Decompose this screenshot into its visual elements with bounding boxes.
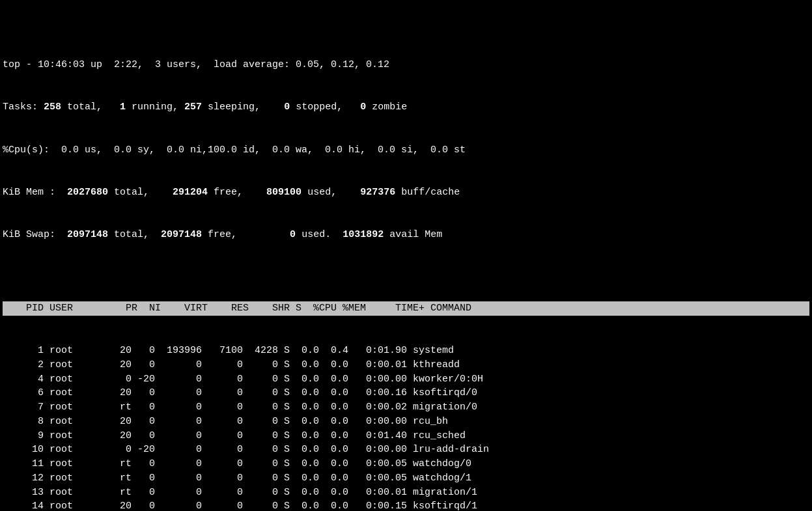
terminal: top - 10:46:03 up 2:22, 3 users, load av… — [0, 0, 812, 511]
swap-end: avail Mem — [384, 229, 442, 240]
mem-buff: 927376 — [360, 187, 395, 198]
mem-used: 809100 — [266, 187, 301, 198]
tasks-mid2: running, — [126, 102, 184, 113]
swap-mid2: free, — [202, 229, 290, 240]
swap-total: 2097148 — [67, 229, 108, 240]
table-row: 1 root 20 0 193996 7100 4228 S 0.0 0.4 0… — [3, 344, 809, 358]
table-row: 12 root rt 0 0 0 0 S 0.0 0.0 0:00.05 wat… — [3, 471, 809, 486]
swap-used: 0 — [290, 229, 296, 240]
swap-label: KiB Swap: — [3, 229, 67, 240]
tasks-total: 258 — [44, 102, 61, 113]
tasks-stopped: 0 — [284, 102, 290, 113]
table-row: 9 root 20 0 0 0 0 S 0.0 0.0 0:01.40 rcu_… — [3, 429, 809, 443]
mem-label: KiB Mem : — [3, 187, 67, 198]
table-row: 2 root 20 0 0 0 0 S 0.0 0.0 0:00.01 kthr… — [3, 358, 809, 372]
table-row: 8 root 20 0 0 0 0 S 0.0 0.0 0:00.00 rcu_… — [3, 415, 809, 429]
table-row: 13 root rt 0 0 0 0 S 0.0 0.0 0:00.01 mig… — [3, 486, 809, 500]
swap-avail: 1031892 — [343, 229, 384, 240]
column-header: PID USER PR NI VIRT RES SHR S %CPU %MEM … — [3, 301, 809, 316]
mem-end: buff/cache — [395, 187, 460, 198]
mem-mid1: total, — [108, 187, 173, 198]
tasks-running: 1 — [120, 102, 126, 113]
header-line-1: top - 10:46:03 up 2:22, 3 users, load av… — [3, 58, 809, 72]
table-row: 6 root 20 0 0 0 0 S 0.0 0.0 0:00.16 ksof… — [3, 386, 809, 400]
swap-mid1: total, — [108, 229, 161, 240]
tasks-mid1: total, — [61, 102, 120, 113]
table-row: 4 root 0 -20 0 0 0 S 0.0 0.0 0:00.00 kwo… — [3, 372, 809, 387]
mem-total: 2027680 — [67, 187, 108, 198]
tasks-sleeping: 257 — [184, 102, 202, 113]
tasks-zombie: 0 — [360, 102, 366, 113]
swap-mid3: used. — [296, 229, 343, 240]
header-section: top - 10:46:03 up 2:22, 3 users, load av… — [3, 30, 809, 271]
tasks-end: zombie — [366, 102, 407, 113]
tasks-mid3: sleeping, — [202, 102, 284, 113]
mem-mid2: free, — [208, 187, 266, 198]
header-line-4: KiB Mem : 2027680 total, 291204 free, 80… — [3, 186, 809, 200]
swap-free: 2097148 — [161, 229, 202, 240]
header-line-3: %Cpu(s): 0.0 us, 0.0 sy, 0.0 ni,100.0 id… — [3, 143, 809, 158]
tasks-mid4: stopped, — [290, 102, 360, 113]
mem-free: 291204 — [173, 187, 208, 198]
table-row: 7 root rt 0 0 0 0 S 0.0 0.0 0:00.02 migr… — [3, 400, 809, 415]
process-list: 1 root 20 0 193996 7100 4228 S 0.0 0.4 0… — [3, 344, 809, 511]
header-line-2: Tasks: 258 total, 1 running, 257 sleepin… — [3, 100, 809, 115]
mem-mid3: used, — [301, 187, 360, 198]
table-row: 14 root 20 0 0 0 0 S 0.0 0.0 0:00.15 kso… — [3, 499, 809, 511]
header-line-5: KiB Swap: 2097148 total, 2097148 free, 0… — [3, 228, 809, 242]
table-row: 11 root rt 0 0 0 0 S 0.0 0.0 0:00.05 wat… — [3, 457, 809, 471]
table-row: 10 root 0 -20 0 0 0 S 0.0 0.0 0:00.00 lr… — [3, 443, 809, 457]
tasks-label: Tasks: — [3, 102, 44, 113]
